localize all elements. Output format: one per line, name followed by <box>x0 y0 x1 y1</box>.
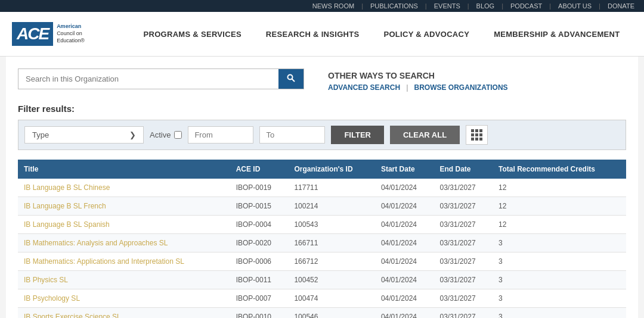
cell-ace-id: IBOP-0004 <box>230 216 289 234</box>
table-row: IB Mathematics: Analysis and Approaches … <box>18 234 626 252</box>
cell-ace-id: IBOP-0006 <box>230 252 289 271</box>
topbar-events[interactable]: EVENTS <box>434 2 460 10</box>
nav-programs[interactable]: PROGRAMS & SERVICES <box>138 24 246 45</box>
cell-credits: 3 <box>493 234 626 252</box>
title-link[interactable]: IB Language B SL Spanish <box>24 220 110 229</box>
col-start-date: Start Date <box>375 160 434 179</box>
col-credits: Total Recommended Credits <box>493 160 626 179</box>
cell-credits: 12 <box>493 197 626 216</box>
table-row: IB Sports Exercise Science SL IBOP-0010 … <box>18 308 626 319</box>
advanced-search-link[interactable]: ADVANCED SEARCH <box>328 83 400 92</box>
cell-title: IB Language B SL Spanish <box>18 216 230 234</box>
filter-active-group: Active <box>150 130 182 139</box>
cell-title: IB Language B SL Chinese <box>18 179 230 197</box>
cell-start-date: 04/01/2024 <box>375 216 434 234</box>
cell-end-date: 03/31/2027 <box>434 179 493 197</box>
topbar-about[interactable]: ABOUT US <box>558 2 592 10</box>
cell-title: IB Language B SL French <box>18 197 230 216</box>
col-org-id: Organization's ID <box>288 160 375 179</box>
title-link[interactable]: IB Language B SL French <box>24 202 106 210</box>
nav-research[interactable]: RESEARCH & INSIGHTS <box>261 24 364 45</box>
nav-policy[interactable]: POLICY & ADVOCACY <box>379 24 474 45</box>
to-date-input[interactable] <box>259 126 325 144</box>
main-navigation: PROGRAMS & SERVICES RESEARCH & INSIGHTS … <box>131 24 632 45</box>
table-row: IB Language B SL Chinese IBOP-0019 11771… <box>18 179 626 197</box>
clear-all-button[interactable]: CLEAR ALL <box>390 126 460 144</box>
cell-end-date: 03/31/2027 <box>434 234 493 252</box>
cell-title: IB Mathematics: Applications and Interpr… <box>18 252 230 271</box>
col-title: Title <box>18 160 230 179</box>
cell-credits: 12 <box>493 216 626 234</box>
browse-organizations-link[interactable]: BROWSE ORGANIZATIONS <box>414 83 508 92</box>
search-input[interactable] <box>18 69 278 89</box>
search-box <box>18 68 304 89</box>
table-row: IB Language B SL French IBOP-0015 100214… <box>18 197 626 216</box>
main-content: OTHER WAYS TO SEARCH ADVANCED SEARCH | B… <box>6 57 638 318</box>
cell-start-date: 04/01/2024 <box>375 179 434 197</box>
cell-end-date: 03/31/2027 <box>434 271 493 289</box>
table-row: IB Mathematics: Applications and Interpr… <box>18 252 626 271</box>
cell-org-id: 100546 <box>288 308 375 319</box>
filter-type-dropdown[interactable]: Type ❯ <box>24 126 144 144</box>
logo[interactable]: ACE American Council on Education® <box>12 22 107 46</box>
cell-credits: 12 <box>493 179 626 197</box>
cell-start-date: 04/01/2024 <box>375 197 434 216</box>
nav-membership[interactable]: MEMBERSHIP & ADVANCEMENT <box>489 24 624 45</box>
cell-ace-id: IBOP-0019 <box>230 179 289 197</box>
logo-text: American Council on Education® <box>57 23 85 44</box>
cell-start-date: 04/01/2024 <box>375 289 434 308</box>
search-section: OTHER WAYS TO SEARCH ADVANCED SEARCH | B… <box>18 68 626 92</box>
cell-ace-id: IBOP-0015 <box>230 197 289 216</box>
title-link[interactable]: IB Language B SL Chinese <box>24 183 110 192</box>
cell-title: IB Psychology SL <box>18 289 230 308</box>
cell-credits: 3 <box>493 289 626 308</box>
from-date-input[interactable] <box>188 126 253 144</box>
filter-type-label: Type <box>32 130 49 139</box>
table-header-row: Title ACE ID Organization's ID Start Dat… <box>18 160 626 179</box>
svg-point-0 <box>288 75 293 80</box>
title-link[interactable]: IB Mathematics: Analysis and Approaches … <box>24 239 168 247</box>
cell-end-date: 03/31/2027 <box>434 308 493 319</box>
svg-line-1 <box>292 79 295 82</box>
cell-start-date: 04/01/2024 <box>375 308 434 319</box>
cell-credits: 3 <box>493 271 626 289</box>
cell-title: IB Mathematics: Analysis and Approaches … <box>18 234 230 252</box>
cell-ace-id: IBOP-0011 <box>230 271 289 289</box>
grid-view-button[interactable] <box>466 125 488 145</box>
title-link[interactable]: IB Physics SL <box>24 276 68 284</box>
table-row: IB Language B SL Spanish IBOP-0004 10054… <box>18 216 626 234</box>
cell-org-id: 166712 <box>288 252 375 271</box>
topbar-newsroom[interactable]: NEWS ROOM <box>312 2 354 10</box>
logo-acronym: ACE <box>12 22 53 46</box>
cell-ace-id: IBOP-0007 <box>230 289 289 308</box>
title-link[interactable]: IB Sports Exercise Science SL <box>24 313 121 318</box>
topbar-blog[interactable]: BLOG <box>476 2 495 10</box>
topbar-podcast[interactable]: PODCAST <box>510 2 542 10</box>
cell-ace-id: IBOP-0010 <box>230 308 289 319</box>
search-button[interactable] <box>278 69 304 89</box>
table-row: IB Psychology SL IBOP-0007 100474 04/01/… <box>18 289 626 308</box>
title-link[interactable]: IB Mathematics: Applications and Interpr… <box>24 257 184 266</box>
results-table: Title ACE ID Organization's ID Start Dat… <box>18 160 626 318</box>
top-bar: NEWS ROOM | PUBLICATIONS | EVENTS | BLOG… <box>0 0 644 12</box>
table-row: IB Physics SL IBOP-0011 100452 04/01/202… <box>18 271 626 289</box>
filter-row: Type ❯ Active FILTER CLEAR ALL <box>18 120 626 150</box>
other-ways-title: OTHER WAYS TO SEARCH <box>328 71 508 80</box>
cell-org-id: 100214 <box>288 197 375 216</box>
cell-credits: 3 <box>493 308 626 319</box>
filter-button[interactable]: FILTER <box>331 126 384 144</box>
title-link[interactable]: IB Psychology SL <box>24 294 80 303</box>
col-end-date: End Date <box>434 160 493 179</box>
cell-org-id: 100452 <box>288 271 375 289</box>
cell-end-date: 03/31/2027 <box>434 216 493 234</box>
cell-org-id: 166711 <box>288 234 375 252</box>
grid-icon <box>471 129 482 141</box>
cell-ace-id: IBOP-0020 <box>230 234 289 252</box>
topbar-publications[interactable]: PUBLICATIONS <box>370 2 418 10</box>
topbar-donate[interactable]: DONATE <box>608 2 634 10</box>
cell-end-date: 03/31/2027 <box>434 252 493 271</box>
cell-start-date: 04/01/2024 <box>375 252 434 271</box>
other-ways: OTHER WAYS TO SEARCH ADVANCED SEARCH | B… <box>328 68 508 92</box>
cell-title: IB Sports Exercise Science SL <box>18 308 230 319</box>
active-checkbox[interactable] <box>174 131 182 139</box>
